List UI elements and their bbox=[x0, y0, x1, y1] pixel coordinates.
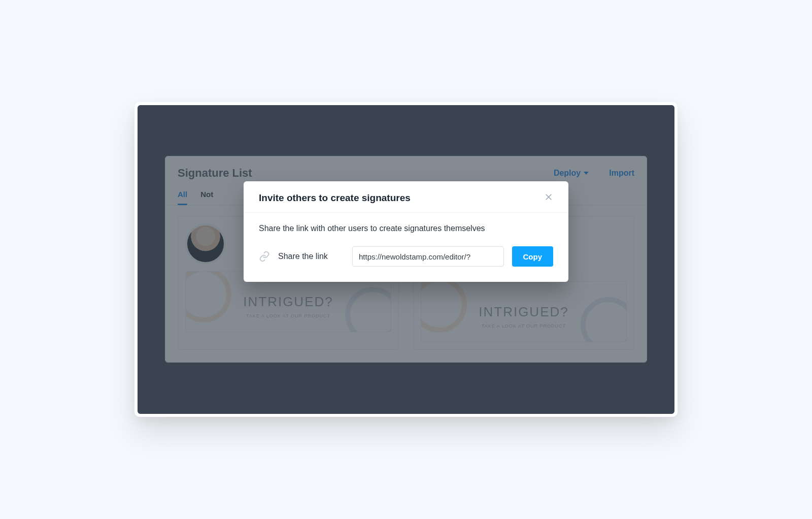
link-icon bbox=[259, 251, 270, 262]
share-label: Share the link bbox=[278, 252, 344, 261]
screenshot-window: Signature List Deploy Import All Not bbox=[134, 102, 678, 417]
modal-description: Share the link with other users to creat… bbox=[259, 224, 553, 233]
modal-body: Share the link with other users to creat… bbox=[244, 213, 568, 267]
copy-button[interactable]: Copy bbox=[512, 246, 554, 267]
share-row: Share the link Copy bbox=[259, 246, 553, 267]
modal-title: Invite others to create signatures bbox=[259, 192, 411, 204]
close-icon bbox=[544, 192, 553, 202]
close-button[interactable] bbox=[542, 190, 555, 205]
share-link-input[interactable] bbox=[352, 246, 504, 267]
app-surface: Signature List Deploy Import All Not bbox=[138, 105, 674, 414]
invite-modal: Invite others to create signatures Share… bbox=[244, 181, 568, 282]
modal-header: Invite others to create signatures bbox=[244, 181, 568, 213]
